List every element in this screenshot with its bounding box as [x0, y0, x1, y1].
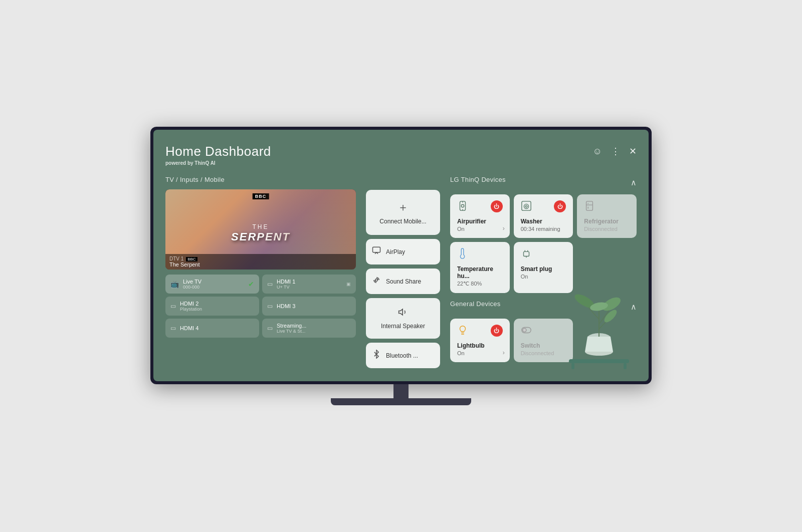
refrigerator-card[interactable]: Refrigerator Disconnected — [577, 194, 637, 238]
lightbulb-card[interactable]: ⏻ Lightbulb On › — [450, 319, 510, 362]
streaming-name: Streaming... — [277, 323, 351, 329]
input-live-tv[interactable]: 📺 Live TV 000-000 ✔ — [165, 275, 259, 294]
live-tv-check-icon: ✔ — [248, 280, 254, 288]
svg-rect-28 — [624, 363, 627, 369]
washer-name: Washer — [521, 218, 566, 225]
input-hdmi3[interactable]: ▭ HDMI 3 — [262, 297, 356, 316]
switch-name: Switch — [521, 342, 566, 349]
hdmi1-icon: ▭ — [267, 281, 273, 288]
temperature-card[interactable]: Temperature hu... 22℃ 80% — [450, 242, 510, 293]
hdmi4-icon: ▭ — [170, 325, 176, 332]
airpurifier-header: ⏻ — [457, 200, 503, 214]
sound-share-button[interactable]: Sound Share — [366, 269, 440, 294]
live-tv-text: Live TV 000-000 — [183, 279, 244, 290]
lightbulb-icon — [457, 325, 468, 338]
hdmi4-text: HDMI 4 — [180, 325, 254, 331]
refrigerator-name: Refrigerator — [584, 218, 630, 225]
internal-speaker-label: Internal Speaker — [381, 323, 425, 330]
right-panel: LG ThinQ Devices ∧ — [450, 176, 637, 369]
thinq-section-label: LG ThinQ Devices — [450, 176, 506, 183]
refrigerator-header — [584, 200, 630, 214]
hdmi1-text: HDMI 1 U+ TV — [277, 279, 342, 290]
hdmi2-sub: Playstation — [180, 307, 254, 312]
hdmi2-text: HDMI 2 Playstation — [180, 301, 254, 312]
main-content: TV / Inputs / Mobile BBC THE SERPENT — [165, 176, 637, 369]
airplay-label: AirPlay — [386, 248, 405, 255]
hdmi1-badge-icon: ▣ — [346, 282, 351, 287]
dtv-channel: DTV 1 BBC — [169, 256, 352, 261]
input-grid: 📺 Live TV 000-000 ✔ ▭ HDMI 1 — [165, 275, 356, 338]
input-hdmi1[interactable]: ▭ HDMI 1 U+ TV ▣ — [262, 275, 356, 294]
bluetooth-button[interactable]: Bluetooth ... — [366, 343, 440, 368]
tv-outer: Home Dashboard powered by ThinQ AI ☺ ⋮ ✕… — [150, 127, 652, 405]
airpurifier-name: Airpurifier — [457, 218, 503, 225]
tv-base — [331, 398, 471, 405]
washer-status: 00:34 remaining — [521, 226, 566, 232]
svg-point-4 — [461, 204, 464, 207]
hdmi3-name: HDMI 3 — [277, 303, 351, 309]
airpurifier-icon — [457, 200, 468, 214]
airpurifier-card[interactable]: ⏻ Airpurifier On › — [450, 194, 510, 238]
tv-preview-info: DTV 1 BBC The Serpent — [165, 254, 356, 270]
lightbulb-power-button[interactable]: ⏻ — [491, 325, 503, 337]
general-section-label: General Devices — [450, 300, 501, 308]
dashboard-header: Home Dashboard powered by ThinQ AI ☺ ⋮ ✕ — [165, 144, 637, 166]
streaming-sub: Live TV & St... — [277, 329, 351, 334]
show-name-label: The Serpent — [169, 261, 352, 268]
input-hdmi2[interactable]: ▭ HDMI 2 Playstation — [165, 297, 259, 316]
live-tv-sub: 000-000 — [183, 285, 244, 290]
washer-power-button[interactable]: ⏻ — [554, 200, 566, 212]
header-icons: ☺ ⋮ ✕ — [593, 146, 637, 157]
svg-rect-26 — [569, 359, 629, 363]
washer-icon — [521, 200, 532, 214]
page-title: Home Dashboard — [165, 144, 271, 159]
connect-mobile-plus-icon: ＋ — [397, 200, 409, 215]
hdmi2-name: HDMI 2 — [180, 301, 254, 307]
live-tv-icon: 📺 — [170, 280, 179, 288]
sound-share-icon — [372, 276, 381, 287]
svg-rect-7 — [521, 201, 530, 210]
decorative-plant — [566, 259, 632, 369]
input-hdmi4[interactable]: ▭ HDMI 4 — [165, 319, 259, 338]
switch-icon — [521, 325, 532, 338]
smartplug-icon — [521, 248, 532, 261]
smartplug-card[interactable]: Smart plug On — [514, 242, 573, 293]
washer-card[interactable]: ⏻ Washer 00:34 remaining — [514, 194, 573, 238]
tv-preview: BBC THE SERPENT DTV 1 BBC — [165, 189, 356, 270]
close-icon[interactable]: ✕ — [629, 146, 637, 157]
svg-point-9 — [525, 205, 527, 207]
profile-icon[interactable]: ☺ — [593, 146, 602, 157]
lightbulb-name: Lightbulb — [457, 342, 503, 349]
middle-panel: ＋ Connect Mobile... AirPlay — [366, 190, 440, 369]
svg-rect-0 — [373, 247, 380, 252]
tv-screen-wrapper: Home Dashboard powered by ThinQ AI ☺ ⋮ ✕… — [150, 127, 652, 384]
bluetooth-icon — [372, 350, 381, 361]
smartplug-status: On — [521, 274, 566, 280]
temperature-status: 22℃ 80% — [457, 281, 503, 287]
hdmi3-text: HDMI 3 — [277, 303, 351, 309]
temperature-icon — [457, 248, 468, 261]
internal-speaker-button[interactable]: Internal Speaker — [366, 298, 440, 339]
svg-rect-10 — [586, 201, 593, 210]
connect-mobile-button[interactable]: ＋ Connect Mobile... — [366, 190, 440, 235]
temperature-header — [457, 248, 503, 261]
svg-point-8 — [524, 204, 528, 208]
lightbulb-header: ⏻ — [457, 325, 503, 338]
airplay-button[interactable]: AirPlay — [366, 239, 440, 264]
bluetooth-label: Bluetooth ... — [386, 352, 418, 359]
input-streaming[interactable]: ▭ Streaming... Live TV & St... — [262, 319, 356, 338]
more-menu-icon[interactable]: ⋮ — [611, 146, 620, 157]
refrigerator-icon — [584, 200, 595, 214]
thinq-collapse-icon[interactable]: ∧ — [631, 178, 637, 187]
svg-rect-27 — [571, 363, 574, 369]
svg-point-1 — [375, 279, 378, 282]
lightbulb-arrow-icon: › — [503, 349, 505, 356]
sound-share-label: Sound Share — [386, 278, 421, 285]
switch-card[interactable]: Switch Disconnected — [514, 319, 573, 362]
powered-by: powered by ThinQ AI — [165, 160, 271, 166]
streaming-icon: ▭ — [267, 325, 273, 332]
airpurifier-power-button[interactable]: ⏻ — [491, 200, 503, 212]
refrigerator-status: Disconnected — [584, 226, 630, 232]
svg-rect-14 — [523, 251, 529, 256]
hdmi2-icon: ▭ — [170, 303, 176, 310]
